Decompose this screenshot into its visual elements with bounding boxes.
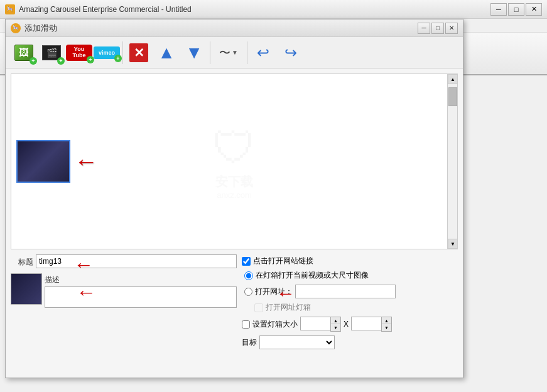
scroll-up-btn[interactable]: ▲ — [448, 74, 458, 84]
desc-field-wrap: 描述 ← — [45, 272, 237, 308]
add-image-plus-badge: + — [30, 57, 37, 65]
lightbox-size-label: 设置灯箱大小 — [252, 319, 298, 330]
close-button[interactable]: ✕ — [526, 3, 542, 16]
delete-x-icon: ✕ — [129, 43, 148, 62]
move-down-button[interactable]: ▼ — [181, 40, 207, 66]
inner-toolbar: 🖼 + 🎬 + YouTube + — [6, 37, 463, 68]
desc-row: 描述 ← — [11, 272, 237, 381]
vimeo-plus-badge: + — [114, 55, 122, 62]
selected-thumbnail[interactable] — [16, 140, 70, 183]
scroll-down-btn[interactable]: ▼ — [448, 239, 458, 249]
down-arrow-icon: ▼ — [185, 43, 203, 63]
lightbox-size-row: 设置灯箱大小 960 ▲ ▼ X 720 ▲ ▼ — [242, 317, 458, 332]
url-radio-label: 打开网址： — [255, 286, 293, 297]
dialog-controls: ─ □ ✕ — [418, 23, 458, 34]
lightbox-radio-row: 在灯箱打开当前视频或大尺寸图像 — [242, 270, 458, 281]
bottom-panel: 标题 ← 描述 — [6, 254, 463, 386]
minimize-button[interactable]: ─ — [490, 3, 507, 16]
height-spin-wrap: 720 ▲ ▼ — [351, 317, 392, 332]
dialog-close[interactable]: ✕ — [445, 23, 458, 34]
dialog-title-bar: 🎠 添加滑动 ─ □ ✕ — [6, 19, 463, 37]
path-button[interactable]: 〜 ▼ — [213, 40, 244, 66]
scroll-thumb[interactable] — [448, 87, 457, 106]
dialog-title-left: 🎠 添加滑动 — [11, 23, 57, 34]
add-image-button[interactable]: 🖼 + — [11, 40, 37, 66]
desc-label: 描述 — [45, 272, 237, 285]
maximize-button[interactable]: □ — [508, 3, 524, 16]
title-bar-controls: ─ □ ✕ — [490, 3, 542, 16]
delete-button[interactable]: ✕ — [126, 40, 152, 66]
watermark-subtext: anxz.com — [212, 190, 256, 200]
thumb-image — [18, 141, 69, 182]
open-link-row: 点击打开网站链接 — [242, 256, 458, 266]
add-video-plus-badge: + — [57, 57, 65, 65]
path-icon-group: 〜 ▼ — [219, 45, 238, 60]
url-radio[interactable] — [244, 288, 252, 296]
height-spin-input[interactable]: 720 — [351, 317, 381, 330]
desc-left — [11, 272, 42, 305]
redo-button[interactable]: ↪ — [278, 40, 304, 66]
watermark-shield-icon: 🛡 — [212, 123, 256, 173]
add-slide-dialog: 🎠 添加滑动 ─ □ ✕ 🖼 + 🎬 + — [5, 19, 463, 378]
size-x-label: X — [344, 320, 349, 329]
canvas-scrollbar: ▲ ▼ — [447, 74, 457, 249]
dialog-minimize[interactable]: ─ — [418, 23, 430, 34]
undo-icon: ↪ — [257, 44, 269, 62]
move-up-button[interactable]: ▲ — [153, 40, 180, 66]
title-row: 标题 ← — [11, 254, 237, 268]
title-field-wrap: ← — [36, 254, 237, 268]
url-input[interactable] — [295, 285, 396, 298]
add-youtube-button[interactable]: YouTube + — [66, 40, 92, 66]
lightbox-size-checkbox[interactable] — [242, 320, 250, 329]
height-spin-down[interactable]: ▼ — [382, 324, 391, 331]
undo-button[interactable]: ↪ — [250, 40, 276, 66]
dialog-title-text: 添加滑动 — [24, 23, 57, 34]
open-link-label: 点击打开网站链接 — [253, 256, 313, 266]
red-arrow-right-icon: ← — [74, 148, 98, 175]
title-label: 标题 — [11, 254, 33, 268]
left-panel: 标题 ← 描述 — [11, 254, 237, 381]
arrow-overlay: ← — [74, 148, 98, 175]
inner-sep2 — [210, 41, 210, 64]
watermark-text: 安下载 — [212, 173, 256, 190]
url-input-wrap: ← — [295, 285, 458, 298]
watermark: 🛡 安下载 anxz.com — [212, 123, 256, 200]
path-icon: 〜 — [219, 45, 230, 60]
width-spin-wrap: 960 ▲ ▼ — [300, 317, 341, 332]
lightbox-radio[interactable] — [244, 271, 253, 280]
right-panel: 点击打开网站链接 在灯箱打开当前视频或大尺寸图像 打开网址： ← — [242, 254, 458, 381]
open-link-checkbox[interactable] — [242, 257, 251, 266]
app-icon: 🎠 — [5, 4, 15, 14]
url-lightbox-checkbox[interactable] — [254, 303, 263, 312]
dialog-maximize[interactable]: □ — [431, 23, 444, 34]
width-spin-input[interactable]: 960 — [300, 317, 330, 330]
vimeo-icon: vimeo + — [94, 46, 120, 59]
desc-thumbnail — [11, 273, 42, 305]
add-vimeo-button[interactable]: vimeo + — [94, 40, 120, 66]
height-spin-up[interactable]: ▲ — [382, 317, 391, 324]
youtube-icon: YouTube + — [66, 45, 92, 61]
scroll-track — [448, 84, 457, 239]
image-canvas-area: 🛡 安下载 anxz.com ← ▲ ▼ — [11, 74, 458, 249]
add-video-icon: 🎬 + — [40, 42, 63, 63]
url-lightbox-row: 打开网址灯箱 — [242, 302, 458, 313]
height-spin-btns: ▲ ▼ — [381, 317, 392, 332]
target-label: 目标 — [242, 337, 257, 348]
width-spin-btns: ▲ ▼ — [330, 317, 341, 332]
title-input[interactable] — [36, 254, 237, 268]
up-arrow-icon: ▲ — [158, 43, 175, 63]
title-bar: 🎠 Amazing Carousel Enterprise Commercial… — [0, 0, 547, 19]
target-row: 目标 _blank _self _parent _top — [242, 335, 458, 349]
width-spin-up[interactable]: ▲ — [331, 317, 340, 324]
app-title: Amazing Carousel Enterprise Commercial -… — [19, 5, 192, 14]
inner-sep3 — [247, 41, 247, 64]
desc-input[interactable] — [45, 286, 237, 308]
url-radio-row: 打开网址： ← — [242, 285, 458, 298]
add-video-button[interactable]: 🎬 + — [38, 40, 65, 66]
main-window: 🎠 Amazing Carousel Enterprise Commercial… — [0, 0, 547, 392]
width-spin-down[interactable]: ▼ — [331, 324, 340, 331]
lightbox-label: 在灯箱打开当前视频或大尺寸图像 — [256, 270, 369, 281]
add-image-icon: 🖼 + — [13, 42, 35, 63]
target-select[interactable]: _blank _self _parent _top — [259, 335, 335, 349]
redo-icon: ↪ — [284, 44, 297, 62]
